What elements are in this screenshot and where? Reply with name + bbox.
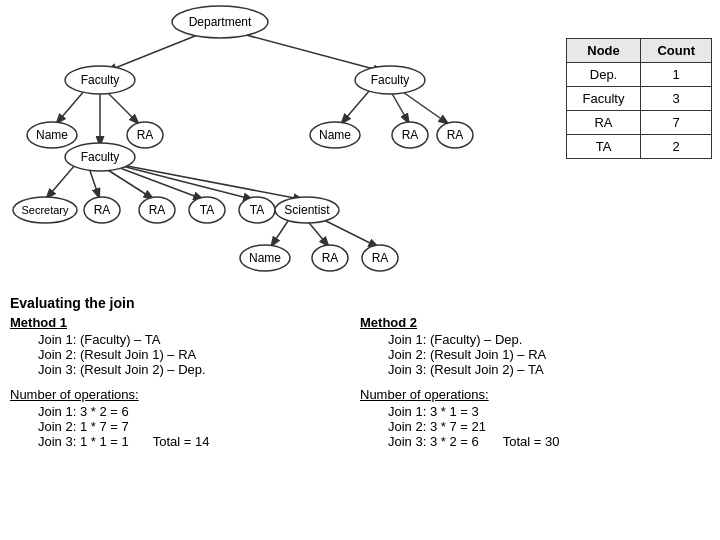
method2-label: Method 2 <box>360 315 710 330</box>
svg-text:RA: RA <box>372 251 389 265</box>
ops2-total: Total = 30 <box>503 434 560 449</box>
method1-join3: Join 3: (Result Join 2) – Dep. <box>38 362 360 377</box>
svg-text:TA: TA <box>200 203 214 217</box>
ops1-total: Total = 14 <box>153 434 210 449</box>
svg-text:RA: RA <box>137 128 154 142</box>
method1-section: Method 1 Join 1: (Faculty) – TA Join 2: … <box>10 315 360 377</box>
svg-text:RA: RA <box>94 203 111 217</box>
svg-text:Name: Name <box>319 128 351 142</box>
table-row: Dep. 1 <box>566 63 711 87</box>
svg-line-6 <box>340 90 370 125</box>
method2-section: Method 2 Join 1: (Faculty) – Dep. Join 2… <box>360 315 710 377</box>
svg-line-14 <box>122 165 305 200</box>
node-count-table: Node Count Dep. 1 Faculty 3 RA 7 TA 2 <box>566 38 712 159</box>
content-area: Evaluating the join Method 1 Join 1: (Fa… <box>10 295 710 449</box>
svg-text:Faculty: Faculty <box>81 150 120 164</box>
operations2-title: Number of operations: <box>360 387 710 402</box>
svg-text:RA: RA <box>322 251 339 265</box>
method1-join1: Join 1: (Faculty) – TA <box>38 332 360 347</box>
svg-line-15 <box>270 218 290 248</box>
method2-join2: Join 2: (Result Join 1) – RA <box>388 347 710 362</box>
ops1-join1: Join 1: 3 * 2 = 6 <box>38 404 360 419</box>
svg-line-4 <box>105 90 140 125</box>
svg-line-13 <box>118 165 255 200</box>
node-ra: RA <box>566 111 641 135</box>
svg-text:Department: Department <box>189 15 252 29</box>
method2-join1: Join 1: (Faculty) – Dep. <box>388 332 710 347</box>
svg-text:Faculty: Faculty <box>371 73 410 87</box>
svg-line-1 <box>105 32 205 72</box>
ops1-join3: Join 3: 1 * 1 = 1 <box>38 434 129 449</box>
method1-label: Method 1 <box>10 315 360 330</box>
svg-text:Name: Name <box>36 128 68 142</box>
svg-line-2 <box>235 32 385 72</box>
svg-text:TA: TA <box>250 203 264 217</box>
svg-line-17 <box>320 218 380 248</box>
node-faculty: Faculty <box>566 87 641 111</box>
svg-text:RA: RA <box>402 128 419 142</box>
node-ta: TA <box>566 135 641 159</box>
table-row: TA 2 <box>566 135 711 159</box>
svg-line-9 <box>45 165 75 200</box>
count-ra: 7 <box>641 111 712 135</box>
svg-text:RA: RA <box>447 128 464 142</box>
svg-text:Scientist: Scientist <box>284 203 330 217</box>
svg-text:Secretary: Secretary <box>21 204 69 216</box>
svg-line-3 <box>55 90 85 125</box>
operations1-section: Number of operations: Join 1: 3 * 2 = 6 … <box>10 387 360 449</box>
node-dep: Dep. <box>566 63 641 87</box>
svg-text:RA: RA <box>149 203 166 217</box>
count-faculty: 3 <box>641 87 712 111</box>
table-header-node: Node <box>566 39 641 63</box>
table-row: RA 7 <box>566 111 711 135</box>
ops2-join1: Join 1: 3 * 1 = 3 <box>388 404 710 419</box>
count-ta: 2 <box>641 135 712 159</box>
ops1-join2: Join 2: 1 * 7 = 7 <box>38 419 360 434</box>
tree-diagram: Department Faculty Faculty Name RA Facul… <box>0 0 570 290</box>
svg-text:Name: Name <box>249 251 281 265</box>
method2-join3: Join 3: (Result Join 2) – TA <box>388 362 710 377</box>
operations1-title: Number of operations: <box>10 387 360 402</box>
method1-join2: Join 2: (Result Join 1) – RA <box>38 347 360 362</box>
table-row: Faculty 3 <box>566 87 711 111</box>
evaluating-title: Evaluating the join <box>10 295 134 311</box>
table-header-count: Count <box>641 39 712 63</box>
svg-line-12 <box>112 165 205 200</box>
count-dep: 1 <box>641 63 712 87</box>
svg-text:Faculty: Faculty <box>81 73 120 87</box>
ops2-join3: Join 3: 3 * 2 = 6 <box>388 434 479 449</box>
ops2-join2: Join 2: 3 * 7 = 21 <box>388 419 710 434</box>
operations2-section: Number of operations: Join 1: 3 * 1 = 3 … <box>360 387 710 449</box>
